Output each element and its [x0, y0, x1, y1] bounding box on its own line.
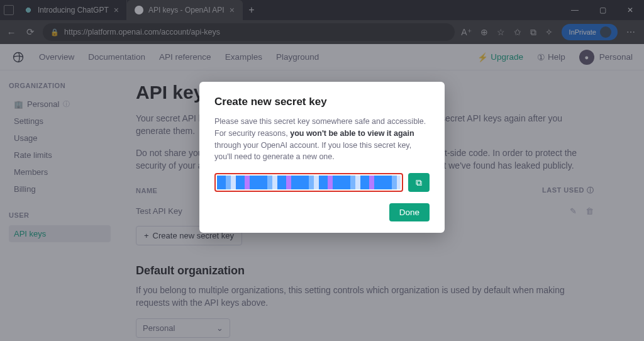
modal-overlay[interactable]: Create new secret key Please save this s…	[0, 0, 644, 341]
copy-icon: ⧉	[416, 177, 422, 188]
create-key-modal: Create new secret key Please save this s…	[199, 82, 445, 233]
modal-title: Create new secret key	[214, 96, 430, 108]
modal-body: Please save this secret key somewhere sa…	[214, 116, 430, 163]
secret-key-field[interactable]	[214, 173, 403, 192]
secret-key-redacted	[217, 176, 401, 189]
copy-key-button[interactable]: ⧉	[408, 173, 430, 192]
done-button[interactable]: Done	[389, 203, 430, 221]
